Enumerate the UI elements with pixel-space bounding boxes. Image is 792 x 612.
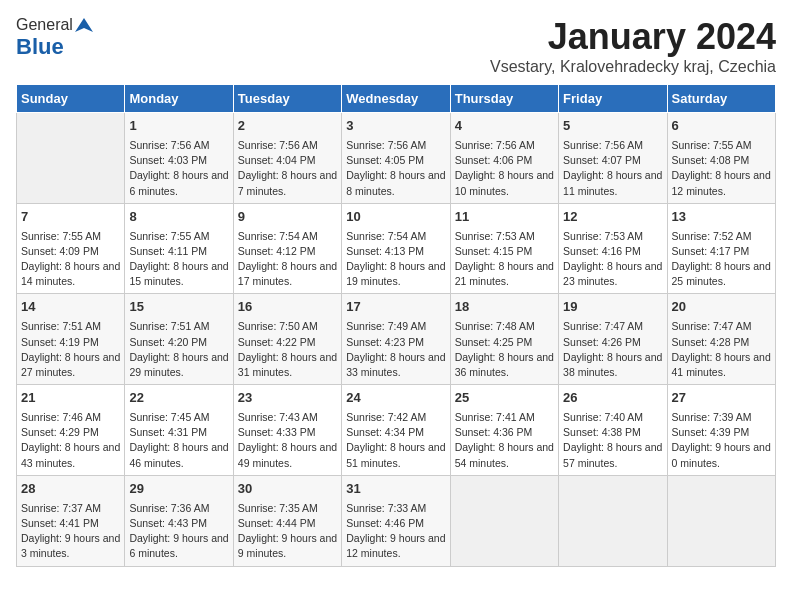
daylight-text: Daylight: 9 hours and 3 minutes.: [21, 532, 120, 559]
calendar-cell: 26Sunrise: 7:40 AMSunset: 4:38 PMDayligh…: [559, 385, 667, 476]
sunset-text: Sunset: 4:05 PM: [346, 154, 424, 166]
daylight-text: Daylight: 8 hours and 23 minutes.: [563, 260, 662, 287]
weekday-header: Thursday: [450, 85, 558, 113]
day-number: 10: [346, 208, 445, 227]
day-number: 20: [672, 298, 771, 317]
sunset-text: Sunset: 4:04 PM: [238, 154, 316, 166]
sunrise-text: Sunrise: 7:56 AM: [238, 139, 318, 151]
calendar-cell: 30Sunrise: 7:35 AMSunset: 4:44 PMDayligh…: [233, 475, 341, 566]
daylight-text: Daylight: 8 hours and 29 minutes.: [129, 351, 228, 378]
sunrise-text: Sunrise: 7:39 AM: [672, 411, 752, 423]
sunrise-text: Sunrise: 7:50 AM: [238, 320, 318, 332]
daylight-text: Daylight: 8 hours and 7 minutes.: [238, 169, 337, 196]
sunrise-text: Sunrise: 7:56 AM: [346, 139, 426, 151]
page-header: General Blue January 2024 Vsestary, Kral…: [16, 16, 776, 76]
calendar-cell: [17, 113, 125, 204]
day-number: 1: [129, 117, 228, 136]
calendar-cell: 6Sunrise: 7:55 AMSunset: 4:08 PMDaylight…: [667, 113, 775, 204]
calendar-cell: 27Sunrise: 7:39 AMSunset: 4:39 PMDayligh…: [667, 385, 775, 476]
daylight-text: Daylight: 8 hours and 6 minutes.: [129, 169, 228, 196]
daylight-text: Daylight: 8 hours and 46 minutes.: [129, 441, 228, 468]
calendar-cell: 14Sunrise: 7:51 AMSunset: 4:19 PMDayligh…: [17, 294, 125, 385]
sunrise-text: Sunrise: 7:55 AM: [21, 230, 101, 242]
logo: General Blue: [16, 16, 93, 60]
sunset-text: Sunset: 4:36 PM: [455, 426, 533, 438]
day-number: 18: [455, 298, 554, 317]
sunset-text: Sunset: 4:34 PM: [346, 426, 424, 438]
calendar-cell: 29Sunrise: 7:36 AMSunset: 4:43 PMDayligh…: [125, 475, 233, 566]
weekday-header: Tuesday: [233, 85, 341, 113]
sunset-text: Sunset: 4:29 PM: [21, 426, 99, 438]
daylight-text: Daylight: 8 hours and 51 minutes.: [346, 441, 445, 468]
sunrise-text: Sunrise: 7:52 AM: [672, 230, 752, 242]
day-number: 25: [455, 389, 554, 408]
sunrise-text: Sunrise: 7:45 AM: [129, 411, 209, 423]
day-number: 12: [563, 208, 662, 227]
sunrise-text: Sunrise: 7:36 AM: [129, 502, 209, 514]
day-number: 14: [21, 298, 120, 317]
calendar-cell: 18Sunrise: 7:48 AMSunset: 4:25 PMDayligh…: [450, 294, 558, 385]
calendar-cell: 31Sunrise: 7:33 AMSunset: 4:46 PMDayligh…: [342, 475, 450, 566]
day-number: 29: [129, 480, 228, 499]
sunrise-text: Sunrise: 7:37 AM: [21, 502, 101, 514]
calendar-cell: 2Sunrise: 7:56 AMSunset: 4:04 PMDaylight…: [233, 113, 341, 204]
calendar-cell: 1Sunrise: 7:56 AMSunset: 4:03 PMDaylight…: [125, 113, 233, 204]
calendar-cell: [450, 475, 558, 566]
day-number: 9: [238, 208, 337, 227]
calendar-week-row: 1Sunrise: 7:56 AMSunset: 4:03 PMDaylight…: [17, 113, 776, 204]
daylight-text: Daylight: 8 hours and 15 minutes.: [129, 260, 228, 287]
day-number: 23: [238, 389, 337, 408]
daylight-text: Daylight: 8 hours and 17 minutes.: [238, 260, 337, 287]
calendar-body: 1Sunrise: 7:56 AMSunset: 4:03 PMDaylight…: [17, 113, 776, 567]
daylight-text: Daylight: 8 hours and 10 minutes.: [455, 169, 554, 196]
daylight-text: Daylight: 8 hours and 41 minutes.: [672, 351, 771, 378]
calendar-cell: 23Sunrise: 7:43 AMSunset: 4:33 PMDayligh…: [233, 385, 341, 476]
sunrise-text: Sunrise: 7:53 AM: [455, 230, 535, 242]
weekday-header: Sunday: [17, 85, 125, 113]
sunset-text: Sunset: 4:31 PM: [129, 426, 207, 438]
calendar-week-row: 21Sunrise: 7:46 AMSunset: 4:29 PMDayligh…: [17, 385, 776, 476]
sunset-text: Sunset: 4:07 PM: [563, 154, 641, 166]
sunset-text: Sunset: 4:44 PM: [238, 517, 316, 529]
sunrise-text: Sunrise: 7:55 AM: [129, 230, 209, 242]
calendar-cell: 25Sunrise: 7:41 AMSunset: 4:36 PMDayligh…: [450, 385, 558, 476]
day-number: 30: [238, 480, 337, 499]
daylight-text: Daylight: 8 hours and 21 minutes.: [455, 260, 554, 287]
sunset-text: Sunset: 4:33 PM: [238, 426, 316, 438]
weekday-header: Monday: [125, 85, 233, 113]
location-text: Vsestary, Kralovehradecky kraj, Czechia: [490, 58, 776, 76]
day-number: 24: [346, 389, 445, 408]
sunrise-text: Sunrise: 7:43 AM: [238, 411, 318, 423]
daylight-text: Daylight: 9 hours and 6 minutes.: [129, 532, 228, 559]
sunset-text: Sunset: 4:06 PM: [455, 154, 533, 166]
day-number: 13: [672, 208, 771, 227]
weekday-header: Friday: [559, 85, 667, 113]
day-number: 5: [563, 117, 662, 136]
sunrise-text: Sunrise: 7:41 AM: [455, 411, 535, 423]
sunrise-text: Sunrise: 7:56 AM: [129, 139, 209, 151]
sunrise-text: Sunrise: 7:54 AM: [346, 230, 426, 242]
calendar-cell: 10Sunrise: 7:54 AMSunset: 4:13 PMDayligh…: [342, 203, 450, 294]
sunset-text: Sunset: 4:19 PM: [21, 336, 99, 348]
sunrise-text: Sunrise: 7:56 AM: [455, 139, 535, 151]
sunrise-text: Sunrise: 7:51 AM: [129, 320, 209, 332]
calendar-cell: 3Sunrise: 7:56 AMSunset: 4:05 PMDaylight…: [342, 113, 450, 204]
daylight-text: Daylight: 8 hours and 12 minutes.: [672, 169, 771, 196]
day-number: 11: [455, 208, 554, 227]
calendar-cell: 19Sunrise: 7:47 AMSunset: 4:26 PMDayligh…: [559, 294, 667, 385]
calendar-cell: 11Sunrise: 7:53 AMSunset: 4:15 PMDayligh…: [450, 203, 558, 294]
sunrise-text: Sunrise: 7:53 AM: [563, 230, 643, 242]
calendar-cell: 5Sunrise: 7:56 AMSunset: 4:07 PMDaylight…: [559, 113, 667, 204]
sunrise-text: Sunrise: 7:56 AM: [563, 139, 643, 151]
daylight-text: Daylight: 8 hours and 11 minutes.: [563, 169, 662, 196]
calendar-cell: 24Sunrise: 7:42 AMSunset: 4:34 PMDayligh…: [342, 385, 450, 476]
day-number: 15: [129, 298, 228, 317]
daylight-text: Daylight: 8 hours and 38 minutes.: [563, 351, 662, 378]
sunrise-text: Sunrise: 7:51 AM: [21, 320, 101, 332]
sunset-text: Sunset: 4:23 PM: [346, 336, 424, 348]
day-number: 2: [238, 117, 337, 136]
day-number: 28: [21, 480, 120, 499]
calendar-cell: 13Sunrise: 7:52 AMSunset: 4:17 PMDayligh…: [667, 203, 775, 294]
sunset-text: Sunset: 4:12 PM: [238, 245, 316, 257]
sunrise-text: Sunrise: 7:49 AM: [346, 320, 426, 332]
